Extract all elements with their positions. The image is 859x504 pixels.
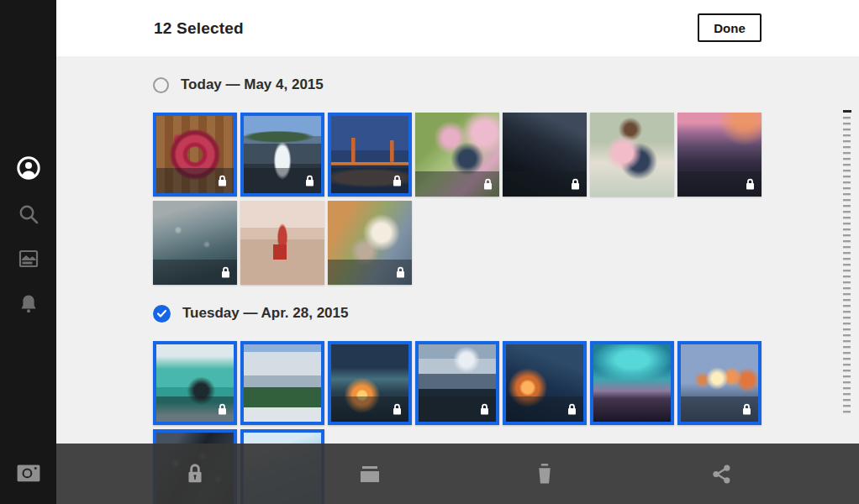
section-header: Tuesday — Apr. 28, 2015 (153, 305, 859, 322)
lock-icon (217, 403, 228, 416)
photo-tile-matterhorn-peak[interactable] (415, 341, 499, 425)
lock-icon (395, 266, 406, 279)
photo-tile-couple-in-garden[interactable] (415, 113, 499, 197)
header-bar: 12 Selected Done (56, 0, 859, 56)
photo-tile-campfire-shore-dusk[interactable] (328, 341, 412, 425)
photo-tile-girl-with-teddy-bear[interactable] (328, 201, 412, 285)
scrubber-tick (843, 240, 851, 242)
photo-tile-waterfall-cliff[interactable] (240, 113, 324, 197)
private-photo-overlay (331, 396, 408, 422)
photo-tile-berry-wreath-on-wood[interactable] (153, 113, 237, 197)
scrubber-tick (843, 317, 851, 318)
photo-sections: Today — May 4, 2015Tuesday — Apr. 28, 20… (56, 76, 859, 504)
private-photo-overlay (328, 260, 412, 285)
lock-icon[interactable] (181, 459, 209, 488)
scrubber-tick (843, 264, 851, 265)
private-photo-overlay (503, 171, 587, 197)
photostream-icon[interactable] (16, 246, 41, 271)
scrubber-tick (843, 323, 851, 324)
section-date-label: Tuesday — Apr. 28, 2015 (182, 305, 348, 322)
scrubber-tick (843, 217, 851, 218)
scrubber-tick (843, 299, 851, 301)
private-photo-overlay (153, 260, 237, 285)
private-photo-overlay (156, 396, 234, 422)
scrubber-tick (843, 134, 851, 136)
photo-tile-hugging-couple-bench[interactable] (590, 113, 674, 197)
photo-tile-half-dome-pines[interactable] (240, 341, 324, 425)
section-header: Today — May 4, 2015 (153, 76, 859, 93)
scrubber-tick (843, 387, 851, 389)
scrubber-tick (843, 140, 851, 142)
lock-icon (570, 178, 581, 191)
lock-icon (304, 175, 315, 187)
trash-icon[interactable] (530, 459, 559, 488)
photo-tile-rain-on-window[interactable] (153, 201, 237, 285)
photo-tile-golden-gate-bridge-night[interactable] (328, 113, 412, 197)
scrubber-tick (843, 158, 851, 160)
scrubber-tick (843, 364, 851, 365)
scrubber-tick (843, 276, 851, 277)
photo-tile-sunset-mountain-ridge[interactable] (677, 113, 762, 197)
search-icon[interactable] (16, 202, 41, 227)
scrubber-tick (843, 170, 851, 171)
check-icon (157, 310, 166, 318)
private-photo-overlay (331, 168, 408, 193)
scrubber-tick (843, 281, 851, 283)
lock-icon (392, 175, 403, 187)
photo-content-area: Today — May 4, 2015Tuesday — Apr. 28, 20… (56, 56, 859, 504)
scrubber-tick (843, 146, 851, 148)
album-icon[interactable] (356, 459, 384, 488)
scrubber-tick (843, 293, 851, 295)
scrubber-active-tick (843, 110, 851, 113)
selection-count-title: 12 Selected (154, 0, 244, 56)
lock-icon (392, 403, 403, 416)
scrubber-tick (843, 187, 851, 189)
scrubber-tick (843, 228, 851, 230)
lock-icon (741, 403, 752, 416)
scrubber-tick (843, 152, 851, 154)
private-photo-overlay (506, 396, 583, 422)
photo-tile-bokeh-rainy-window[interactable] (677, 341, 762, 425)
photo-tile-traveler-red-suitcase[interactable] (240, 201, 324, 285)
profile-icon[interactable] (16, 155, 41, 181)
scrubber-tick (843, 399, 851, 401)
scrubber-tick (843, 129, 851, 130)
timeline-scrubber[interactable] (843, 110, 851, 417)
photo-tile-glowing-tent-stars[interactable] (503, 341, 587, 425)
scrubber-tick (843, 205, 851, 207)
scrubber-tick (843, 252, 851, 254)
scrubber-tick (843, 246, 851, 248)
photo-tile-teal-birdhouse[interactable] (153, 341, 237, 425)
photo-select-screen: 12 Selected Done Today — May 4, 2015Tues… (0, 0, 859, 504)
section-date-label: Today — May 4, 2015 (181, 76, 324, 93)
notifications-icon[interactable] (16, 291, 41, 317)
lock-icon (745, 178, 756, 191)
scrubber-tick (843, 164, 851, 165)
section-checkbox-unchecked[interactable] (153, 77, 169, 93)
scrubber-tick (843, 176, 851, 177)
share-icon[interactable] (707, 459, 735, 488)
section-checkbox-checked[interactable] (153, 305, 171, 323)
lock-icon (217, 175, 228, 187)
photo-tile-aurora-over-mountains[interactable] (590, 341, 674, 425)
scrubber-tick (843, 375, 851, 377)
lock-icon (567, 403, 577, 416)
lock-icon (220, 266, 231, 279)
scrubber-tick (843, 223, 851, 224)
scrubber-tick (843, 211, 851, 213)
private-photo-overlay (156, 168, 234, 193)
scrubber-tick (843, 352, 851, 354)
scrubber-tick (843, 258, 851, 260)
private-photo-overlay (415, 171, 499, 197)
scrubber-tick (843, 393, 851, 395)
camera-icon[interactable] (16, 460, 41, 486)
private-photo-overlay (244, 168, 321, 193)
lock-icon (482, 178, 493, 191)
photo-tile-half-dome-dusk[interactable] (503, 113, 587, 197)
photo-section: Today — May 4, 2015 (56, 76, 859, 285)
done-button[interactable]: Done (698, 13, 762, 42)
scrubber-tick (843, 411, 851, 412)
scrubber-tick (843, 117, 851, 118)
action-toolbar (56, 444, 859, 504)
private-photo-overlay (677, 171, 762, 197)
